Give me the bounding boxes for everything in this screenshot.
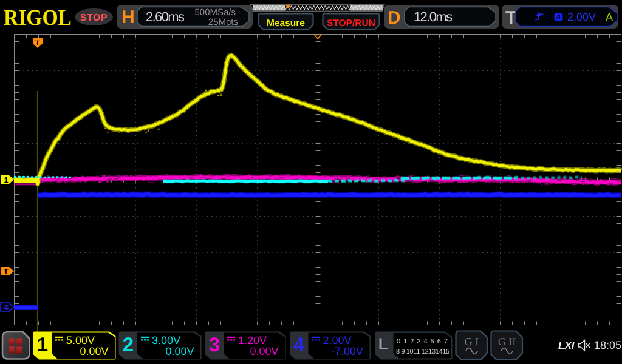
svg-text:D: D bbox=[388, 8, 401, 28]
svg-text:4: 4 bbox=[4, 303, 9, 312]
svg-text:18:05: 18:05 bbox=[594, 339, 621, 351]
svg-text:2: 2 bbox=[123, 333, 134, 356]
svg-text:T: T bbox=[35, 39, 40, 47]
svg-text:3.00V: 3.00V bbox=[152, 334, 180, 346]
svg-text:5.00V: 5.00V bbox=[66, 334, 95, 346]
svg-text:1.20V: 1.20V bbox=[238, 334, 267, 346]
svg-text:STOP/RUN: STOP/RUN bbox=[327, 18, 375, 29]
svg-text:H: H bbox=[121, 7, 135, 27]
svg-text:3: 3 bbox=[209, 333, 220, 356]
svg-text:0.00V: 0.00V bbox=[250, 345, 278, 357]
svg-text:4: 4 bbox=[556, 13, 561, 21]
svg-text:25Mpts: 25Mpts bbox=[208, 17, 238, 27]
svg-text:L: L bbox=[378, 335, 389, 353]
svg-text:RIGOL: RIGOL bbox=[4, 5, 72, 30]
svg-text:1: 1 bbox=[4, 175, 8, 184]
svg-text:0.00V: 0.00V bbox=[80, 345, 108, 357]
svg-text:0.00V: 0.00V bbox=[165, 345, 194, 357]
svg-text:2.60ms: 2.60ms bbox=[146, 9, 185, 24]
svg-text:LXI: LXI bbox=[558, 340, 575, 351]
svg-text:G II: G II bbox=[498, 335, 516, 348]
svg-text:Measure: Measure bbox=[267, 18, 305, 29]
svg-text:STOP: STOP bbox=[80, 13, 108, 23]
svg-text:8 9 1011 12131415: 8 9 1011 12131415 bbox=[396, 348, 449, 356]
svg-text:T: T bbox=[505, 8, 516, 28]
svg-text:2.00V: 2.00V bbox=[567, 11, 596, 23]
svg-text:T: T bbox=[4, 267, 9, 276]
svg-text:-7.00V: -7.00V bbox=[331, 345, 363, 357]
svg-text:1: 1 bbox=[37, 333, 48, 356]
svg-text:0 1 2 3 4 5 6 7: 0 1 2 3 4 5 6 7 bbox=[397, 338, 448, 345]
svg-text:12.0ms: 12.0ms bbox=[414, 9, 453, 24]
svg-text:4: 4 bbox=[293, 333, 305, 356]
svg-text:500MSa/s: 500MSa/s bbox=[194, 7, 236, 18]
svg-text:2.00V: 2.00V bbox=[323, 334, 352, 346]
svg-text:G I: G I bbox=[465, 335, 479, 348]
svg-text:A: A bbox=[606, 11, 613, 23]
